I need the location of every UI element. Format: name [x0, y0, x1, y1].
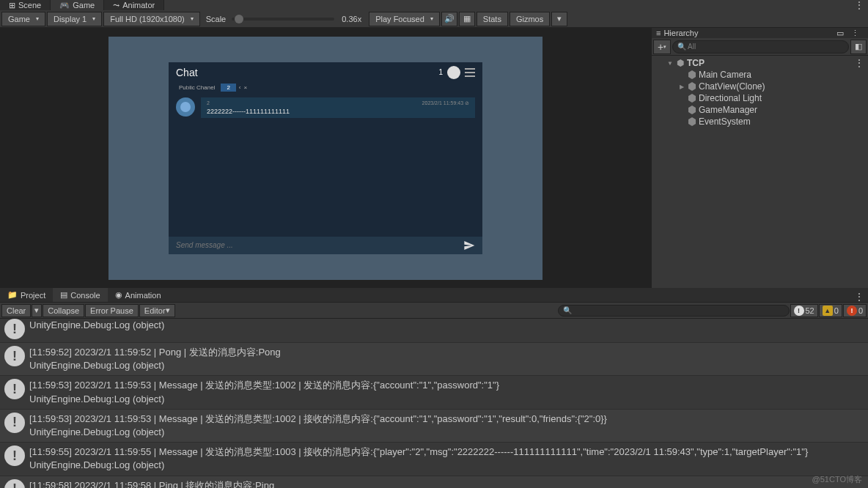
game-mode-dropdown[interactable]: Game [1, 12, 45, 26]
flow-icon: ⤳ [113, 1, 119, 10]
info-icon: ! [4, 479, 25, 489]
search-icon: 🔍 [563, 306, 572, 314]
chat-user-count: 1 [438, 68, 443, 76]
msg-time: 2023/2/1 11:59:43 ⊘ [422, 100, 469, 106]
hierarchy-filter[interactable]: ◧ [850, 40, 867, 54]
mute-button[interactable]: 🔊 [441, 12, 457, 26]
stats-button[interactable]: Stats [477, 12, 508, 26]
log-entry[interactable]: ! [11:59:52] 2023/2/1 11:59:52 | Pong | … [0, 343, 868, 376]
tree-item[interactable]: Directional Light [652, 92, 868, 104]
collapse-button[interactable]: Collapse [43, 304, 84, 317]
tree-label: Main Camera [699, 70, 751, 80]
unity-icon: ⬢ [675, 58, 685, 68]
tab-scene[interactable]: ⊞Scene [0, 0, 51, 10]
tab-game[interactable]: 🎮Game [51, 0, 104, 10]
warn-count-badge[interactable]: ▲0 [819, 304, 842, 317]
chat-tab-public[interactable]: Public Chanel [176, 84, 218, 92]
gameobject-icon [687, 81, 697, 92]
tab-label: Animation [125, 291, 161, 300]
tab-overflow-menu[interactable]: ⋮ [850, 0, 868, 10]
tab-animator[interactable]: ⤳Animator [104, 0, 164, 10]
info-icon: ! [4, 379, 25, 399]
chat-window: Chat 1 Public Chanel 2 ‹ × [169, 62, 482, 254]
chat-tab-private[interactable]: 2 [221, 84, 235, 92]
tree-label: Directional Light [699, 93, 762, 103]
info-icon: ! [794, 306, 804, 316]
avatar [176, 97, 195, 117]
info-count-badge[interactable]: !52 [790, 304, 818, 317]
display-dropdown[interactable]: Display 1 [47, 12, 102, 26]
log-line: [11:59:53] 2023/2/1 11:59:53 | Message |… [29, 379, 499, 392]
console-log-list[interactable]: ! UnityEngine.Debug:Log (object) ! [11:5… [0, 319, 868, 488]
scale-slider[interactable] [232, 18, 334, 21]
gameobject-icon [687, 93, 697, 103]
scene-root[interactable]: ▼ ⬢ TCP ⋮ [652, 57, 868, 69]
log-entry[interactable]: ! [11:59:55] 2023/2/1 11:59:55 | Message… [0, 443, 868, 476]
log-line: UnityEngine.Debug:Log (object) [29, 393, 499, 406]
tab-label: Game [73, 1, 95, 10]
tree-label: TCP [687, 58, 705, 68]
avatar[interactable] [447, 66, 460, 79]
console-search[interactable]: 🔍 [558, 305, 790, 317]
clear-button[interactable]: Clear [1, 304, 31, 317]
hierarchy-search[interactable]: 🔍All [672, 40, 849, 53]
tab-animation[interactable]: ◉Animation [108, 288, 169, 302]
log-line: [11:59:53] 2023/2/1 11:59:53 | Message |… [29, 413, 607, 426]
gameobject-icon [687, 117, 697, 127]
info-icon: ! [4, 346, 25, 366]
hierarchy-icon: ≡ [656, 29, 661, 37]
error-count-badge[interactable]: !0 [843, 304, 867, 317]
resolution-dropdown[interactable]: Full HD (1920x1080) [103, 12, 200, 26]
editor-dropdown[interactable]: Editor ▾ [139, 304, 175, 317]
tree-item[interactable]: EventSystem [652, 116, 868, 127]
warn-icon: ▲ [823, 306, 833, 316]
tree-label: ChatView(Clone) [699, 81, 765, 92]
aspect-button[interactable]: ▦ [459, 12, 475, 26]
chat-message: 2 2023/2/1 11:59:43 ⊘ 2222222------11111… [176, 97, 475, 118]
watermark: @51CTO博客 [812, 474, 862, 485]
tree-item[interactable]: Main Camera [652, 69, 868, 81]
search-icon: 🔍 [677, 42, 686, 51]
log-line: UnityEngine.Debug:Log (object) [29, 359, 281, 372]
chevron-left-icon[interactable]: ‹ [239, 84, 241, 91]
clear-dropdown[interactable]: ▾ [32, 304, 42, 317]
log-entry[interactable]: ! UnityEngine.Debug:Log (object) [0, 319, 868, 343]
grid-icon: ⊞ [9, 1, 15, 10]
add-button[interactable]: +▾ [653, 40, 671, 54]
log-line: UnityEngine.Debug:Log (object) [29, 319, 164, 332]
msg-text: 2222222------111111111111 [207, 108, 469, 115]
lock-icon[interactable]: ▭ [836, 29, 844, 38]
tree-item[interactable]: GameManager [652, 104, 868, 116]
gameobject-icon [687, 70, 697, 80]
tab-console[interactable]: ▤Console [53, 288, 107, 302]
speaker-icon: 🔊 [444, 14, 455, 23]
send-icon[interactable] [463, 240, 475, 251]
close-icon[interactable]: × [244, 84, 248, 91]
gizmos-button[interactable]: Gizmos [510, 12, 550, 26]
tab-label: Animator [122, 1, 155, 10]
chat-input[interactable] [176, 241, 463, 249]
tab-label: Console [70, 291, 100, 300]
tree-item[interactable]: ▶ChatView(Clone) [652, 81, 868, 92]
log-line: [11:59:58] 2023/2/1 11:59:58 | Ping | 接收… [29, 479, 274, 489]
play-focused-dropdown[interactable]: Play Focused [369, 12, 440, 26]
bottom-tab-menu[interactable]: ⋮ [850, 292, 868, 302]
hierarchy-menu[interactable]: ⋮ [847, 29, 864, 38]
console-icon: ▤ [60, 290, 67, 300]
gizmos-dropdown[interactable]: ▾ [551, 12, 567, 26]
scene-menu[interactable]: ⋮ [850, 58, 868, 68]
tab-label: Project [21, 291, 45, 300]
userlist-icon[interactable] [465, 68, 475, 77]
fold-icon[interactable]: ▼ [666, 60, 674, 67]
log-entry[interactable]: ! [11:59:58] 2023/2/1 11:59:58 | Ping | … [0, 476, 868, 489]
log-entry[interactable]: ! [11:59:53] 2023/2/1 11:59:53 | Message… [0, 410, 868, 443]
tab-project[interactable]: 📁Project [0, 288, 53, 302]
grid-icon: ▦ [463, 14, 471, 23]
tree-label: GameManager [699, 105, 757, 115]
log-entry[interactable]: ! [11:59:53] 2023/2/1 11:59:53 | Message… [0, 376, 868, 409]
tree-label: EventSystem [699, 117, 751, 127]
error-pause-button[interactable]: Error Pause [85, 304, 139, 317]
fold-icon[interactable]: ▶ [678, 84, 685, 90]
game-view: Chat 1 Public Chanel 2 ‹ × [0, 28, 651, 288]
info-icon: ! [4, 446, 25, 466]
